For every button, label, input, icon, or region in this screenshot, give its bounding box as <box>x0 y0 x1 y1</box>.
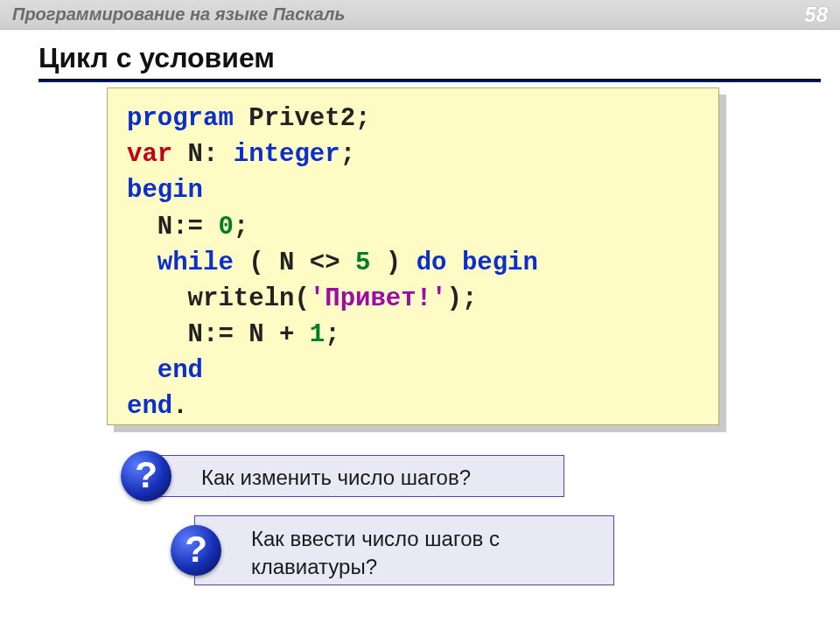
slide: Программирование на языке Паскаль 58 Цик… <box>0 0 840 630</box>
question-box-1: ? Как изменить число шагов? <box>144 455 564 497</box>
code-text: ; <box>340 140 355 169</box>
code-text: ; <box>325 320 340 349</box>
slide-title: Цикл с условием <box>38 42 275 74</box>
num-literal: 0 <box>218 213 233 242</box>
code-text <box>127 356 158 385</box>
num-literal: 5 <box>355 248 370 277</box>
code-text: . <box>172 392 187 421</box>
code-box: program Privet2; var N: integer; begin N… <box>107 88 719 425</box>
code-text: N: <box>172 140 234 169</box>
page-number: 58 <box>804 3 828 27</box>
kw-while: while <box>158 248 234 277</box>
code-text: Privet2; <box>234 104 371 133</box>
code-text: ); <box>446 284 477 313</box>
kw-integer: integer <box>234 140 340 169</box>
top-bar: Программирование на языке Паскаль 58 <box>0 0 840 30</box>
kw-end: end <box>127 392 172 421</box>
code-text <box>447 248 462 277</box>
code-text: N:= N + <box>127 320 310 349</box>
kw-var: var <box>127 140 172 169</box>
title-underline <box>38 79 821 82</box>
question-mark-icon: ? <box>171 525 221 576</box>
code-text: N:= <box>127 213 218 242</box>
course-title: Программирование на языке Паскаль <box>12 4 804 24</box>
str-quote: ' <box>431 284 446 313</box>
question-text: Как ввести число шагов с клавиатуры? <box>251 527 500 578</box>
code-text: ; <box>234 213 248 242</box>
kw-begin: begin <box>127 176 203 205</box>
str-literal: Привет! <box>325 284 431 313</box>
code-text: ( N <> <box>234 248 355 277</box>
kw-do: do <box>416 248 447 277</box>
code-text: writeln( <box>127 284 310 313</box>
code-text: ) <box>370 248 416 277</box>
kw-program: program <box>127 104 234 133</box>
question-box-2: ? Как ввести число шагов с клавиатуры? <box>194 515 614 585</box>
question-mark-icon: ? <box>121 451 172 501</box>
code-text <box>127 248 158 277</box>
num-literal: 1 <box>310 320 325 349</box>
kw-begin: begin <box>462 248 538 277</box>
str-quote: ' <box>310 284 325 313</box>
question-text: Как изменить число шагов? <box>201 466 471 489</box>
kw-end: end <box>158 356 203 385</box>
